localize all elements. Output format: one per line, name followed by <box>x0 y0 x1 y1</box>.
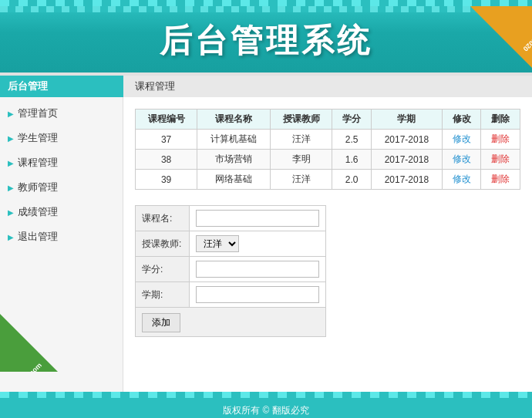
cell-teacher: 李明 <box>271 150 332 170</box>
cell-delete[interactable]: 删除 <box>481 170 520 190</box>
course-name-label: 课程名: <box>136 206 190 231</box>
credit-label: 学分: <box>136 257 190 282</box>
arrow-icon: ▶ <box>8 159 14 167</box>
sidebar-item-label: 学生管理 <box>18 131 58 145</box>
cell-id: 38 <box>136 150 197 170</box>
arrow-icon: ▶ <box>8 184 14 192</box>
arrow-icon: ▶ <box>8 110 14 118</box>
credit-input[interactable] <box>196 261 319 278</box>
app-title: 后台管理系统 <box>160 19 372 62</box>
col-header-credit: 学分 <box>332 110 372 130</box>
sidebar-item-label: 成绩管理 <box>18 205 58 219</box>
delete-link[interactable]: 删除 <box>491 133 510 144</box>
teacher-select[interactable]: 汪洋 李明 <box>196 235 239 252</box>
bottom-border <box>0 392 532 398</box>
form-row-credit: 学分: <box>136 257 326 282</box>
col-header-term: 学期 <box>371 110 442 130</box>
cell-name: 市场营销 <box>197 150 271 170</box>
qq-badge: qq:1826816020 <box>470 6 532 68</box>
modify-link[interactable]: 修改 <box>453 153 471 164</box>
sidebar-item-home[interactable]: ▶ 管理首页 <box>0 101 123 126</box>
arrow-icon: ▶ <box>8 233 14 241</box>
cell-modify[interactable]: 修改 <box>442 170 481 190</box>
table-row: 38 市场营销 李明 1.6 2017-2018 修改 删除 <box>136 150 520 170</box>
cell-id: 39 <box>136 170 197 190</box>
add-button[interactable]: 添加 <box>142 313 180 332</box>
sidebar-item-logout[interactable]: ▶ 退出管理 <box>0 224 123 249</box>
sub-header: 后台管理 课程管理 <box>0 76 532 97</box>
term-label: 学期: <box>136 282 190 308</box>
col-header-modify: 修改 <box>442 110 481 130</box>
qq-text: qq:1826816020 <box>522 12 532 52</box>
sidebar-item-grades[interactable]: ▶ 成绩管理 <box>0 200 123 224</box>
col-header-name: 课程名称 <box>197 110 271 130</box>
courses-table: 课程编号 课程名称 授课教师 学分 学期 修改 删除 37 计算机基础 汪洋 2… <box>135 109 520 190</box>
col-header-id: 课程编号 <box>136 110 197 130</box>
content-area: 课程编号 课程名称 授课教师 学分 学期 修改 删除 37 计算机基础 汪洋 2… <box>123 97 532 392</box>
table-row: 39 网络基础 汪洋 2.0 2017-2018 修改 删除 <box>136 170 520 190</box>
sidebar-item-label: 教师管理 <box>18 180 58 194</box>
main-layout: ▶ 管理首页 ▶ 学生管理 ▶ 课程管理 ▶ 教师管理 ▶ 成绩管理 ▶ 退出管… <box>0 97 532 392</box>
cell-modify[interactable]: 修改 <box>442 150 481 170</box>
footer: 版权所有 © 翻版必究 <box>0 398 532 418</box>
cell-term: 2017-2018 <box>371 170 442 190</box>
cell-credit: 2.0 <box>332 170 372 190</box>
arrow-icon: ▶ <box>8 134 14 143</box>
teacher-label: 授课教师: <box>136 231 190 257</box>
sidebar-item-teachers[interactable]: ▶ 教师管理 <box>0 175 123 200</box>
sidebar-item-courses[interactable]: ▶ 课程管理 <box>0 150 123 175</box>
cell-name: 计算机基础 <box>197 130 271 150</box>
arrow-icon: ▶ <box>8 208 14 217</box>
table-row: 37 计算机基础 汪洋 2.5 2017-2018 修改 删除 <box>136 130 520 150</box>
cell-teacher: 汪洋 <box>271 130 332 150</box>
form-row-term: 学期: <box>136 282 326 308</box>
add-course-form: 课程名: 授课教师: 汪洋 李明 学分: <box>135 205 326 337</box>
cell-name: 网络基础 <box>197 170 271 190</box>
cell-credit: 1.6 <box>332 150 372 170</box>
form-row-add: 添加 <box>136 308 326 337</box>
delete-link[interactable]: 删除 <box>491 153 510 164</box>
cell-id: 37 <box>136 130 197 150</box>
header: 后台管理系统 qq:1826816020 <box>0 6 532 76</box>
cell-modify[interactable]: 修改 <box>442 130 481 150</box>
form-row-course-name: 课程名: <box>136 206 326 231</box>
cell-delete[interactable]: 删除 <box>481 130 520 150</box>
delete-link[interactable]: 删除 <box>491 174 510 184</box>
course-name-input[interactable] <box>196 210 319 227</box>
copyright-text: 版权所有 © 翻版必究 <box>223 404 309 417</box>
col-header-teacher: 授课教师 <box>271 110 332 130</box>
sidebar-item-students[interactable]: ▶ 学生管理 <box>0 126 123 150</box>
form-row-teacher: 授课教师: 汪洋 李明 <box>136 231 326 257</box>
sidebar-item-label: 退出管理 <box>18 230 58 244</box>
cell-term: 2017-2018 <box>371 130 442 150</box>
top-border <box>0 0 532 6</box>
cell-delete[interactable]: 删除 <box>481 150 520 170</box>
sidebar-item-label: 课程管理 <box>18 156 58 170</box>
sidebar-item-label: 管理首页 <box>18 106 58 120</box>
sub-header-content-label: 课程管理 <box>123 76 532 97</box>
cell-term: 2017-2018 <box>371 150 442 170</box>
cell-credit: 2.5 <box>332 130 372 150</box>
col-header-delete: 删除 <box>481 110 520 130</box>
cell-teacher: 汪洋 <box>271 170 332 190</box>
sub-header-sidebar-label: 后台管理 <box>0 76 123 97</box>
modify-link[interactable]: 修改 <box>453 174 471 184</box>
modify-link[interactable]: 修改 <box>453 133 471 144</box>
term-input[interactable] <box>196 286 319 303</box>
